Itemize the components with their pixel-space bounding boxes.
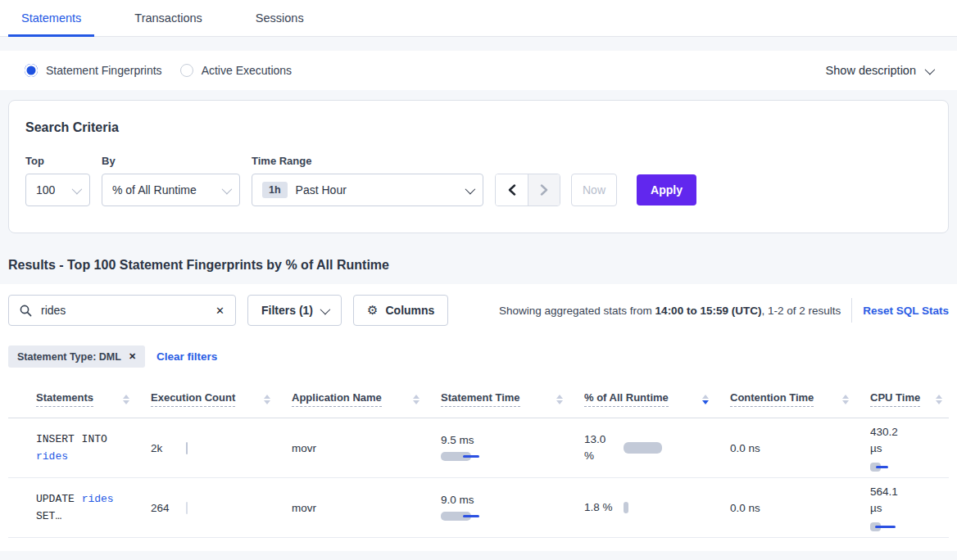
- remove-filter-icon[interactable]: ✕: [129, 351, 136, 362]
- cell-contention-time: 0.0 ns: [730, 502, 870, 514]
- chevron-down-icon: [465, 183, 476, 194]
- cell-statement-time: 9.0 ms: [441, 494, 584, 522]
- results-section: ✕ Filters (1) ⚙ Columns Showing aggregat…: [0, 284, 957, 551]
- chevron-right-icon: [540, 184, 548, 196]
- tab-statements[interactable]: Statements: [8, 0, 94, 36]
- clear-filters-link[interactable]: Clear filters: [156, 350, 217, 363]
- time-range-badge: 1h: [262, 182, 288, 198]
- tab-sessions[interactable]: Sessions: [243, 0, 317, 36]
- search-input[interactable]: [41, 304, 206, 317]
- radio-active-executions[interactable]: Active Executions: [180, 64, 293, 77]
- apply-button[interactable]: Apply: [637, 174, 696, 205]
- active-filters-row: Statement Type: DML ✕ Clear filters: [8, 345, 949, 368]
- search-criteria-form: Top 100 By % of All Runtime Time Range 1…: [25, 155, 932, 206]
- radio-label: Statement Fingerprints: [46, 64, 162, 77]
- statement-time-bar: [441, 512, 490, 522]
- page-tabbar: Statements Transactions Sessions: [0, 0, 957, 37]
- cell-contention-time: 0.0 ns: [730, 442, 870, 454]
- field-by: By % of All Runtime: [102, 155, 240, 206]
- sort-icon[interactable]: [123, 395, 129, 404]
- radio-unselected-icon: [180, 64, 193, 77]
- table-header-row: Statements Execution Count Application N…: [8, 381, 949, 418]
- statement-time-bar: [441, 452, 490, 462]
- column-header-statements: Statements: [36, 391, 151, 407]
- top-label: Top: [25, 155, 90, 167]
- cell-cpu-time: 564.1 µs: [870, 484, 949, 532]
- pct-runtime-bar: [624, 502, 628, 513]
- column-header-execution-count: Execution Count: [151, 391, 292, 407]
- now-button[interactable]: Now: [571, 174, 617, 206]
- statement-link[interactable]: rides: [82, 493, 114, 505]
- chevron-down-icon: [320, 304, 331, 314]
- cell-pct-runtime: 13.0 %: [584, 431, 730, 464]
- sort-icon[interactable]: [936, 395, 942, 404]
- statement-link[interactable]: rides: [36, 450, 68, 463]
- toolbar-right: Showing aggregated stats from 14:00 to 1…: [499, 298, 949, 323]
- execution-count-bar: [186, 502, 188, 514]
- cell-cpu-time: 430.2 µs: [870, 424, 949, 472]
- field-top: Top 100: [25, 155, 90, 206]
- cell-statement: INSERT INTO rides: [36, 431, 151, 465]
- search-criteria-title: Search Criteria: [25, 120, 932, 135]
- sort-icon[interactable]: [842, 395, 849, 404]
- chevron-down-icon: [72, 183, 83, 194]
- vertical-divider: [851, 298, 852, 323]
- columns-button[interactable]: ⚙ Columns: [353, 295, 448, 326]
- cell-execution-count: 264: [151, 502, 292, 514]
- sort-icon[interactable]: [556, 395, 563, 404]
- field-time-range: Time Range 1h Past Hour: [252, 155, 483, 206]
- cell-statement: UPDATE rides SET…: [36, 490, 151, 525]
- search-icon: [20, 305, 32, 317]
- column-header-contention-time: Contention Time: [730, 391, 870, 407]
- reset-sql-stats-link[interactable]: Reset SQL Stats: [863, 305, 949, 317]
- cell-application-name: movr: [292, 502, 441, 514]
- time-nav-group: [495, 174, 560, 206]
- cpu-time-bar: [870, 463, 919, 472]
- time-range-label: Time Range: [252, 155, 483, 167]
- filters-button[interactable]: Filters (1): [247, 295, 342, 326]
- view-toggle-band: Statement Fingerprints Active Executions…: [0, 51, 957, 90]
- view-mode-radio-group: Statement Fingerprints Active Executions: [25, 64, 292, 77]
- results-heading: Results - Top 100 Statement Fingerprints…: [8, 258, 957, 273]
- radio-statement-fingerprints[interactable]: Statement Fingerprints: [25, 64, 162, 77]
- search-box: ✕: [8, 295, 236, 326]
- sort-icon-active-desc[interactable]: [702, 395, 709, 404]
- next-interval-button[interactable]: [528, 174, 560, 205]
- by-label: By: [102, 155, 240, 167]
- time-range-select[interactable]: 1h Past Hour: [252, 174, 483, 206]
- column-header-application-name: Application Name: [292, 391, 441, 407]
- sort-icon[interactable]: [264, 395, 270, 404]
- clear-search-icon[interactable]: ✕: [215, 305, 225, 317]
- chevron-down-icon: [222, 183, 233, 194]
- results-toolbar: ✕ Filters (1) ⚙ Columns Showing aggregat…: [8, 295, 949, 326]
- column-header-statement-time: Statement Time: [441, 391, 584, 407]
- top-select[interactable]: 100: [25, 174, 90, 206]
- tab-transactions[interactable]: Transactions: [121, 0, 215, 36]
- previous-interval-button[interactable]: [496, 174, 528, 205]
- show-description-label: Show description: [826, 64, 916, 77]
- cpu-time-bar: [870, 522, 919, 532]
- statements-table: Statements Execution Count Application N…: [8, 381, 949, 538]
- filter-chip-statement-type: Statement Type: DML ✕: [8, 345, 145, 368]
- radio-selected-icon: [25, 64, 38, 77]
- by-select[interactable]: % of All Runtime: [102, 174, 240, 206]
- chevron-down-icon: [925, 64, 936, 75]
- cell-statement-time: 9.5 ms: [441, 434, 584, 462]
- aggregated-stats-text: Showing aggregated stats from 14:00 to 1…: [499, 305, 841, 317]
- table-row: UPDATE rides SET… 264 movr 9.0 ms 1.8 % …: [8, 478, 949, 538]
- cell-pct-runtime: 1.8 %: [584, 499, 730, 516]
- search-criteria-card: Search Criteria Top 100 By % of All Runt…: [8, 100, 949, 233]
- chevron-left-icon: [508, 184, 516, 196]
- gear-icon: ⚙: [367, 303, 378, 318]
- cell-application-name: movr: [292, 442, 441, 454]
- execution-count-bar: [186, 442, 188, 454]
- cell-execution-count: 2k: [151, 442, 292, 454]
- table-row: INSERT INTO rides 2k movr 9.5 ms 13.0 % …: [8, 418, 949, 478]
- radio-label: Active Executions: [202, 64, 293, 77]
- column-header-pct-all-runtime: % of All Runtime: [584, 391, 730, 407]
- pct-runtime-bar: [624, 442, 662, 454]
- sort-icon[interactable]: [413, 395, 420, 404]
- column-header-cpu-time: CPU Time: [870, 391, 949, 407]
- show-description-toggle[interactable]: Show description: [826, 64, 932, 77]
